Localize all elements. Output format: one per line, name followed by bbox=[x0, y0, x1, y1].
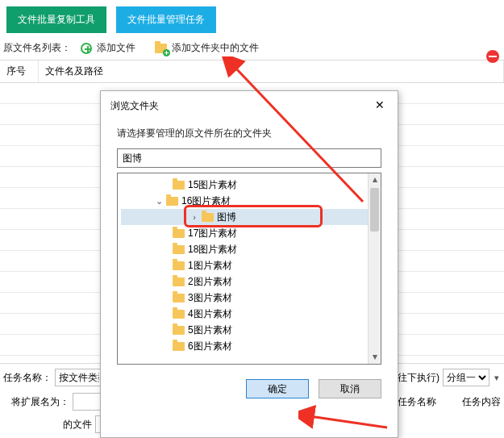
scrollbar[interactable]: ▴ ▾ bbox=[368, 173, 381, 364]
tree-node-label: 16图片素材 bbox=[181, 194, 231, 208]
dialog-message: 请选择要管理的原文件所在的文件夹 bbox=[101, 119, 398, 147]
browse-folder-dialog: 浏览文件夹 ✕ 请选择要管理的原文件所在的文件夹 15图片素材⌄16图片素材›图… bbox=[100, 90, 398, 438]
task-name-input[interactable] bbox=[55, 369, 103, 386]
file-batch-task-button[interactable]: 文件批量管理任务 bbox=[116, 6, 216, 33]
folder-icon bbox=[166, 197, 178, 206]
group-select[interactable]: 分组一 bbox=[443, 369, 489, 386]
folder-tree[interactable]: 15图片素材⌄16图片素材›图博17图片素材18图片素材1图片素材2图片素材3图… bbox=[117, 173, 381, 365]
tree-node-label: 图博 bbox=[217, 211, 236, 224]
folder-icon bbox=[173, 229, 185, 238]
ext-label: 将扩展名为： bbox=[11, 395, 69, 409]
ok-button[interactable]: 确定 bbox=[246, 379, 309, 398]
folder-icon bbox=[173, 310, 185, 319]
tree-node-label: 5图片素材 bbox=[188, 323, 232, 337]
source-list-label: 原文件名列表： bbox=[3, 41, 71, 55]
task-name-label: 任务名称： bbox=[3, 371, 52, 385]
tree-node-label: 17图片素材 bbox=[188, 227, 237, 240]
add-icon bbox=[81, 43, 92, 54]
tree-node[interactable]: 15图片素材 bbox=[121, 177, 368, 193]
tree-node-label: 3图片素材 bbox=[188, 291, 232, 305]
dialog-title: 浏览文件夹 bbox=[110, 99, 159, 113]
add-file-link[interactable]: 添加文件 bbox=[97, 41, 135, 55]
of-file-label: 的文件 bbox=[63, 418, 92, 432]
scroll-thumb[interactable] bbox=[370, 188, 379, 232]
tree-node[interactable]: 3图片素材 bbox=[121, 290, 368, 306]
folder-add-icon bbox=[155, 44, 167, 53]
add-folder-files-link[interactable]: 添加文件夹中的文件 bbox=[172, 41, 259, 55]
tree-node-label: 1图片素材 bbox=[188, 259, 232, 273]
folder-icon bbox=[173, 294, 185, 302]
tree-node[interactable]: ⌄16图片素材 bbox=[121, 193, 368, 209]
folder-icon bbox=[202, 213, 214, 222]
taskcontent-col: 任务内容 bbox=[462, 395, 501, 409]
taskname-col: 任务名称 bbox=[398, 395, 436, 409]
tree-node[interactable]: 2图片素材 bbox=[121, 273, 368, 290]
cancel-button[interactable]: 取消 bbox=[319, 379, 381, 398]
scroll-down-icon[interactable]: ▾ bbox=[369, 351, 381, 364]
close-icon[interactable]: ✕ bbox=[370, 98, 389, 114]
remove-icon[interactable] bbox=[486, 50, 499, 63]
path-input[interactable] bbox=[117, 148, 381, 168]
tree-node-label: 18图片素材 bbox=[188, 243, 237, 257]
scroll-up-icon[interactable]: ▴ bbox=[369, 173, 381, 186]
file-batch-copy-button[interactable]: 文件批量复制工具 bbox=[6, 6, 106, 33]
tree-node[interactable]: 17图片素材 bbox=[121, 225, 368, 241]
folder-icon bbox=[173, 181, 185, 190]
tree-node-label: 6图片素材 bbox=[188, 340, 232, 353]
tree-node[interactable]: 6图片素材 bbox=[121, 338, 368, 354]
tree-node-label: 4图片素材 bbox=[188, 307, 232, 321]
tree-node-label: 15图片素材 bbox=[188, 178, 237, 192]
tree-node[interactable]: 18图片素材 bbox=[121, 241, 368, 257]
grid-header: 序号 文件名及路径 bbox=[0, 60, 504, 83]
folder-icon bbox=[173, 245, 185, 254]
col-seq[interactable]: 序号 bbox=[0, 60, 39, 82]
chevron-down-icon: ▾ bbox=[493, 373, 501, 383]
tree-node[interactable]: 1图片素材 bbox=[121, 257, 368, 273]
folder-icon bbox=[173, 277, 185, 286]
folder-icon bbox=[173, 342, 185, 351]
col-path[interactable]: 文件名及路径 bbox=[39, 60, 504, 82]
after-done-label: 往下执行) bbox=[398, 371, 439, 385]
tree-node[interactable]: 4图片素材 bbox=[121, 306, 368, 322]
folder-icon bbox=[173, 326, 185, 335]
chevron-down-icon: ⌄ bbox=[155, 196, 163, 206]
tree-node[interactable]: ›图博 bbox=[121, 209, 368, 225]
tree-node[interactable]: 5图片素材 bbox=[121, 322, 368, 338]
folder-icon bbox=[173, 261, 185, 270]
tree-node-label: 2图片素材 bbox=[188, 275, 232, 289]
chevron-right-icon: › bbox=[190, 212, 198, 222]
